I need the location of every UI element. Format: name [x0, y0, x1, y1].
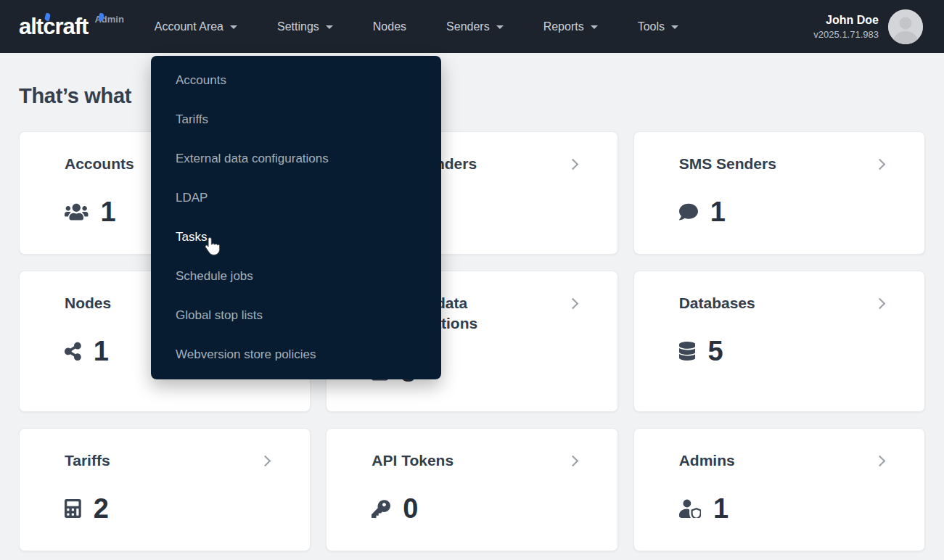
card-databases[interactable]: Databases 5 — [633, 271, 925, 412]
card-tariffs[interactable]: Tariffs 2 — [19, 428, 311, 551]
users-icon — [65, 202, 89, 221]
chevron-down-icon — [230, 25, 237, 29]
account-area-dropdown: Accounts Tariffs External data configura… — [151, 56, 441, 379]
nav-item-tools[interactable]: Tools — [638, 20, 678, 33]
dropdown-item-accounts[interactable]: Accounts — [151, 61, 441, 100]
main-content: That’s what Accounts 1 Email Senders SMS… — [0, 84, 944, 551]
dropdown-item-label: Accounts — [176, 73, 226, 88]
card-sms-senders[interactable]: SMS Senders 1 — [633, 131, 925, 255]
user-block: John Doe v2025.1.71.983 — [813, 9, 923, 44]
chevron-right-icon — [567, 456, 578, 467]
card-count: 1 — [710, 198, 726, 226]
card-title: Nodes — [65, 293, 111, 313]
user-shield-icon — [679, 499, 701, 518]
card-count: 5 — [707, 337, 723, 365]
card-stat: 2 — [65, 495, 269, 522]
card-header: API Tokens — [372, 450, 576, 471]
dropdown-item-schedule-jobs[interactable]: Schedule jobs — [151, 257, 441, 296]
card-title: Databases — [679, 293, 755, 313]
dropdown-item-tariffs[interactable]: Tariffs — [151, 100, 441, 139]
nav-item-label: Tools — [638, 20, 665, 33]
chevron-down-icon — [326, 25, 333, 29]
dropdown-item-global-stop-lists[interactable]: Global stop lists — [151, 296, 441, 335]
dropdown-item-label: External data configurations — [176, 152, 329, 166]
card-stat: 1 — [679, 198, 884, 226]
nav-item-reports[interactable]: Reports — [543, 20, 598, 33]
card-stat: 1 — [679, 495, 884, 522]
card-title: Admins — [679, 450, 735, 471]
nav-item-senders[interactable]: Senders — [446, 20, 504, 33]
dropdown-item-label: Webversion store policies — [176, 347, 316, 362]
dropdown-item-tasks[interactable]: Tasks — [151, 218, 441, 257]
user-info: John Doe v2025.1.71.983 — [813, 13, 879, 40]
nav-item-settings[interactable]: Settings — [277, 20, 333, 33]
nav-item-nodes[interactable]: Nodes — [373, 20, 406, 33]
main-nav: Account Area Settings Nodes Senders Repo… — [155, 20, 678, 33]
dropdown-item-label: Tariffs — [176, 112, 208, 127]
user-name: John Doe — [813, 13, 879, 27]
card-header: Databases — [679, 293, 884, 313]
chevron-down-icon — [496, 25, 504, 29]
app-version: v2025.1.71.983 — [813, 29, 879, 40]
card-stat: 0 — [372, 495, 576, 522]
card-title: API Tokens — [372, 450, 453, 471]
nav-item-label: Senders — [446, 20, 490, 33]
chevron-down-icon — [591, 25, 598, 29]
dropdown-item-label: LDAP — [176, 191, 208, 205]
dropdown-item-ldap[interactable]: LDAP — [151, 178, 441, 218]
card-header: SMS Senders — [679, 154, 884, 174]
card-header: Admins — [679, 450, 884, 471]
card-admins[interactable]: Admins 1 — [633, 428, 925, 551]
card-title: Accounts — [65, 154, 134, 174]
user-avatar[interactable] — [888, 9, 923, 44]
card-count: 1 — [713, 495, 728, 522]
nav-item-account-area[interactable]: Account Area — [155, 20, 237, 33]
chevron-right-icon — [260, 456, 271, 467]
chevron-down-icon — [671, 25, 678, 29]
chevron-right-icon — [874, 159, 886, 170]
dropdown-item-label: Schedule jobs — [176, 269, 253, 284]
nav-item-label: Nodes — [373, 20, 406, 33]
nav-item-label: Reports — [543, 20, 584, 33]
card-count: 0 — [403, 495, 418, 522]
card-count: 2 — [94, 495, 109, 522]
nav-item-label: Account Area — [155, 20, 223, 33]
chevron-right-icon — [874, 456, 886, 467]
dropdown-item-label: Global stop lists — [176, 308, 263, 323]
card-count: 1 — [94, 337, 109, 365]
person-silhouette-icon — [888, 9, 923, 44]
key-icon — [372, 499, 390, 518]
comment-icon — [679, 202, 698, 221]
card-header: Tariffs — [65, 450, 269, 471]
altcraft-logo[interactable]: altcraft Admin — [19, 12, 124, 41]
chevron-right-icon — [874, 298, 886, 310]
card-stat: 5 — [679, 337, 884, 365]
card-title: Tariffs — [65, 450, 110, 471]
logo-text: altcraft — [19, 12, 88, 41]
dropdown-item-webversion-store-policies[interactable]: Webversion store policies — [151, 335, 441, 374]
chevron-right-icon — [567, 298, 578, 310]
dropdown-item-external-data-configurations[interactable]: External data configurations — [151, 139, 441, 178]
share-icon — [65, 342, 81, 361]
dropdown-item-label: Tasks — [176, 230, 207, 244]
calculator-icon — [65, 499, 81, 518]
nav-item-label: Settings — [277, 20, 319, 33]
chevron-right-icon — [567, 159, 578, 170]
database-icon — [679, 342, 696, 361]
card-count: 1 — [101, 198, 116, 226]
top-navbar: altcraft Admin Account Area Settings Nod… — [0, 0, 944, 53]
card-api-tokens[interactable]: API Tokens 0 — [326, 428, 617, 551]
card-title: SMS Senders — [679, 154, 776, 174]
